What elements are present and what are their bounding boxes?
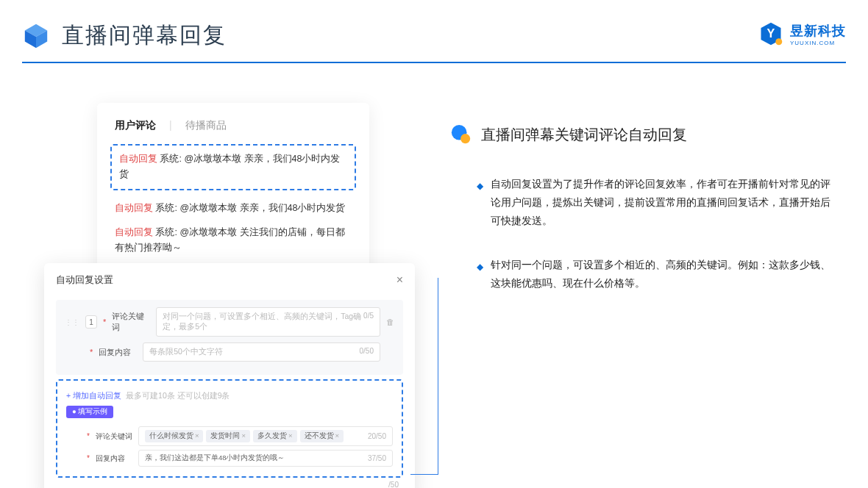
bullet-item: ◆ 针对同一个问题，可设置多个相近的、高频的关键词。例如：这款多少钱、这块能优惠… <box>477 256 833 293</box>
bullet-item: ◆ 自动回复设置为了提升作者的评论回复效率，作者可在开播前针对常见的评论用户问题… <box>477 175 833 231</box>
brand-logo-icon: Y <box>758 21 784 47</box>
required-marker: * <box>103 317 106 326</box>
content-input[interactable]: 每条限50个中文字符 0/50 <box>143 342 380 362</box>
required-marker: * <box>90 348 93 356</box>
tab-pending-goods[interactable]: 待播商品 <box>185 119 227 132</box>
keyword-placeholder: 对同一个问题，可设置多个相近、高频的关键词，Tag确定，最多5个 <box>163 312 363 332</box>
diamond-bullet-icon: ◆ <box>477 179 483 231</box>
diamond-bullet-icon: ◆ <box>477 259 483 293</box>
example-keyword-input[interactable]: 什么时候发货×发货时间×多久发货×还不发货× 20/50 <box>138 426 393 446</box>
content-counter: 0/50 <box>360 347 374 357</box>
settings-title: 自动回复设置 <box>56 273 113 287</box>
svg-text:Y: Y <box>767 26 775 40</box>
description-section: 直播间弹幕关键词评论自动回复 ◆ 自动回复设置为了提升作者的评论回复效率，作者可… <box>450 123 833 317</box>
tab-user-comments[interactable]: 用户评论 <box>115 119 156 132</box>
auto-reply-tag: 自动回复 <box>119 154 157 164</box>
comment-row: 自动回复 系统: @冰墩墩本墩 关注我们的店铺，每日都有热门推荐呦～ <box>115 225 352 256</box>
example-keyword-label: 评论关键词 <box>96 431 132 442</box>
bullet-text: 自动回复设置为了提升作者的评论回复效率，作者可在开播前针对常见的评论用户问题，提… <box>491 175 833 231</box>
keyword-chip[interactable]: 发货时间× <box>206 430 250 442</box>
keyword-chip[interactable]: 什么时候发货× <box>145 430 204 442</box>
delete-icon[interactable]: 🗑 <box>386 317 394 326</box>
brand-name: 昱新科技 <box>790 22 846 40</box>
comment-text: 系统: @冰墩墩本墩 亲亲，我们48小时内发货 <box>155 203 345 213</box>
auto-reply-tag: 自动回复 <box>115 203 153 213</box>
example-highlight-box: + 增加自动回复最多可建10条 还可以创建9条 ● 填写示例 * 评论关键词 什… <box>56 379 403 478</box>
brand-block: Y 昱新科技 YUUXIN.COM <box>758 21 846 47</box>
keyword-chip[interactable]: 多久发货× <box>253 430 297 442</box>
rule-index: 1 <box>85 315 97 329</box>
keyword-counter: 0/5 <box>363 312 374 332</box>
drag-handle-icon[interactable]: ⋮⋮ <box>65 318 79 326</box>
add-auto-reply-link[interactable]: + 增加自动回复最多可建10条 还可以创建9条 <box>66 391 230 400</box>
highlighted-comment: 自动回复 系统: @冰墩墩本墩 亲亲，我们48小时内发货 <box>110 144 356 190</box>
keyword-chip[interactable]: 还不发货× <box>300 430 344 442</box>
section-title: 直播间弹幕关键词评论自动回复 <box>481 125 687 145</box>
required-marker: * <box>87 454 90 462</box>
example-content-counter: 37/50 <box>368 454 386 462</box>
svg-point-4 <box>775 38 782 45</box>
example-content-label: 回复内容 <box>96 453 132 464</box>
keyword-input[interactable]: 对同一个问题，可设置多个相近、高频的关键词，Tag确定，最多5个 0/5 <box>156 307 380 337</box>
auto-reply-settings-panel: 自动回复设置 × ⋮⋮ 1 * 评论关键词 对同一个问题，可设置多个相近、高频的… <box>44 263 415 488</box>
brand-subtitle: YUUXIN.COM <box>790 40 846 46</box>
example-content-value: 亲，我们这边都是下单48小时内发货的哦～ <box>145 453 285 463</box>
keyword-chips: 什么时候发货×发货时间×多久发货×还不发货× <box>145 430 344 442</box>
auto-reply-tag: 自动回复 <box>115 227 153 237</box>
keyword-label: 评论关键词 <box>112 311 150 333</box>
required-marker: * <box>87 432 90 440</box>
chat-bubble-icon <box>450 123 472 146</box>
page-title: 直播间弹幕回复 <box>62 21 227 51</box>
example-badge: ● 填写示例 <box>66 406 113 418</box>
content-placeholder: 每条限50个中文字符 <box>149 347 223 357</box>
outer-counter: /50 <box>56 478 403 488</box>
bullet-text: 针对同一个问题，可设置多个相近的、高频的关键词。例如：这款多少钱、这块能优惠吗、… <box>491 256 833 293</box>
header-divider <box>22 62 846 63</box>
page-header: 直播间弹幕回复 Y 昱新科技 YUUXIN.COM <box>22 21 846 51</box>
logo-cube-icon <box>22 22 50 50</box>
example-keyword-counter: 20/50 <box>368 432 386 440</box>
tab-separator: | <box>169 119 172 132</box>
content-label: 回复内容 <box>99 347 137 358</box>
example-content-input[interactable]: 亲，我们这边都是下单48小时内发货的哦～ 37/50 <box>138 450 393 467</box>
svg-point-6 <box>460 134 470 143</box>
comment-row: 自动回复 系统: @冰墩墩本墩 亲亲，我们48小时内发货 <box>115 201 352 216</box>
close-icon[interactable]: × <box>396 273 403 287</box>
